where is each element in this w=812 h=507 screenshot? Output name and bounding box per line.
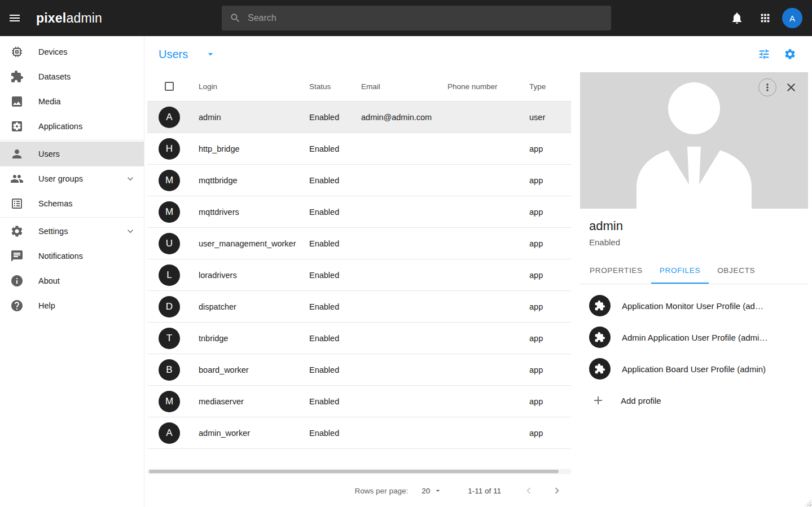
sidebar-item-user-groups[interactable]: User groups	[0, 166, 144, 191]
chevron-down-icon[interactable]	[125, 173, 136, 184]
tab-profiles[interactable]: PROFILES	[651, 257, 709, 284]
more-options-icon[interactable]	[758, 78, 776, 96]
column-header-type: Type	[529, 82, 571, 91]
filter-tune-icon[interactable]	[758, 48, 770, 60]
cell-login: admin_worker	[199, 429, 309, 438]
cell-status: Enabled	[309, 334, 361, 343]
sidebar-item-label: Devices	[38, 47, 68, 56]
pagination-range: 1-11 of 11	[468, 487, 501, 495]
settings-gear-icon[interactable]	[784, 48, 796, 60]
row-avatar: H	[159, 138, 180, 160]
table-row[interactable]: A admin Enabled admin@admin.com user	[147, 102, 571, 133]
table-row[interactable]: M mqttbridge Enabled app	[147, 165, 571, 196]
cell-status: Enabled	[309, 113, 361, 122]
page-title-dropdown[interactable]: Users	[159, 48, 216, 61]
sidebar-item-help[interactable]: Help	[0, 293, 144, 318]
search-input[interactable]	[247, 12, 603, 24]
chat-icon	[10, 249, 24, 263]
tab-properties[interactable]: PROPERTIES	[581, 257, 651, 284]
table-row[interactable]: M mqttdrivers Enabled app	[147, 196, 571, 228]
sidebar-item-label: Settings	[38, 227, 68, 236]
table-header-row: Login Status Email Phone number Type	[147, 72, 571, 102]
sidebar-item-users[interactable]: Users	[0, 142, 144, 166]
cell-status: Enabled	[309, 365, 361, 374]
sidebar-item-applications[interactable]: Applications	[0, 114, 144, 139]
column-header-phone: Phone number	[447, 82, 529, 91]
previous-page-icon[interactable]	[523, 484, 535, 497]
main-header-actions	[758, 36, 796, 72]
profile-label: Application Monitor User Profile (ad…	[622, 301, 763, 311]
sidebar-item-settings[interactable]: Settings	[0, 219, 144, 244]
tab-objects[interactable]: OBJECTS	[709, 257, 763, 284]
users-table: Login Status Email Phone number Type A a…	[147, 72, 571, 507]
sidebar-item-label: Media	[38, 97, 61, 106]
profile-list-item[interactable]: Application Monitor User Profile (ad…	[580, 290, 808, 321]
table-row[interactable]: H http_bridge Enabled app	[147, 133, 571, 165]
table-row[interactable]: T tnbridge Enabled app	[147, 323, 571, 354]
apps-grid-icon[interactable]	[759, 12, 771, 24]
puzzle-icon	[10, 70, 24, 83]
puzzle-icon	[589, 358, 611, 380]
cell-status: Enabled	[309, 176, 361, 185]
main-header: Users	[144, 36, 812, 72]
profile-list-item[interactable]: Admin Application User Profile (admi…	[580, 321, 808, 353]
sidebar-item-devices[interactable]: Devices	[0, 39, 144, 64]
cell-login: mqttbridge	[199, 176, 309, 185]
cell-status: Enabled	[309, 429, 361, 438]
rows-per-page-select[interactable]: 20	[422, 486, 442, 495]
page-title: Users	[159, 48, 188, 61]
cell-type: app	[529, 334, 571, 343]
sidebar-item-about[interactable]: About	[0, 268, 144, 293]
next-page-icon[interactable]	[551, 484, 563, 497]
table-row[interactable]: B board_worker Enabled app	[147, 354, 571, 386]
app-settings-icon	[10, 120, 24, 133]
select-all-checkbox[interactable]	[165, 82, 174, 91]
help-icon	[10, 299, 24, 312]
cell-type: user	[529, 113, 571, 122]
cell-login: tnbridge	[199, 334, 309, 343]
scrollbar-thumb[interactable]	[149, 470, 559, 473]
row-avatar: T	[159, 328, 180, 349]
plus-icon	[591, 394, 605, 407]
row-avatar: A	[159, 422, 180, 444]
profile-label: Application Board User Profile (admin)	[622, 364, 766, 374]
cell-status: Enabled	[309, 239, 361, 248]
cell-type: app	[529, 365, 571, 374]
sidebar-item-label: About	[38, 276, 60, 285]
cell-type: app	[529, 302, 571, 311]
row-avatar: L	[159, 264, 180, 286]
table-row[interactable]: U user_management_worker Enabled app	[147, 228, 571, 259]
cell-status: Enabled	[309, 208, 361, 217]
sidebar-item-label: Notifications	[38, 252, 83, 261]
column-header-status: Status	[309, 82, 361, 91]
menu-icon[interactable]	[1, 5, 28, 32]
notifications-bell-icon[interactable]	[730, 11, 744, 25]
sidebar-item-label: Schemas	[38, 199, 72, 208]
user-avatar[interactable]: A	[782, 8, 802, 28]
sidebar-item-media[interactable]: Media	[0, 89, 144, 114]
sidebar-item-datasets[interactable]: Datasets	[0, 64, 144, 89]
table-row[interactable]: L loradrivers Enabled app	[147, 259, 571, 291]
table-row[interactable]: M mediaserver Enabled app	[147, 386, 571, 417]
table-row[interactable]: A admin_worker Enabled app	[147, 417, 571, 449]
sidebar-item-notifications[interactable]: Notifications	[0, 244, 144, 268]
cell-type: app	[529, 239, 571, 248]
table-row[interactable]: D dispatcher Enabled app	[147, 291, 571, 323]
dropdown-arrow-icon	[433, 486, 442, 495]
info-icon	[10, 274, 24, 288]
cell-status: Enabled	[309, 271, 361, 280]
sidebar-item-schemas[interactable]: Schemas	[0, 191, 144, 216]
rows-per-page-value: 20	[422, 487, 430, 495]
puzzle-icon	[589, 327, 611, 348]
add-profile-label: Add profile	[621, 396, 661, 405]
add-profile-button[interactable]: Add profile	[580, 385, 808, 416]
search-bar[interactable]	[222, 6, 611, 30]
cell-status: Enabled	[309, 397, 361, 406]
cell-type: app	[529, 144, 571, 153]
chevron-down-icon[interactable]	[125, 226, 136, 237]
row-avatar: M	[159, 170, 180, 191]
close-icon[interactable]	[784, 81, 798, 94]
gear-icon	[10, 224, 24, 238]
horizontal-scrollbar[interactable]	[147, 469, 571, 474]
profile-list-item[interactable]: Application Board User Profile (admin)	[580, 353, 808, 385]
